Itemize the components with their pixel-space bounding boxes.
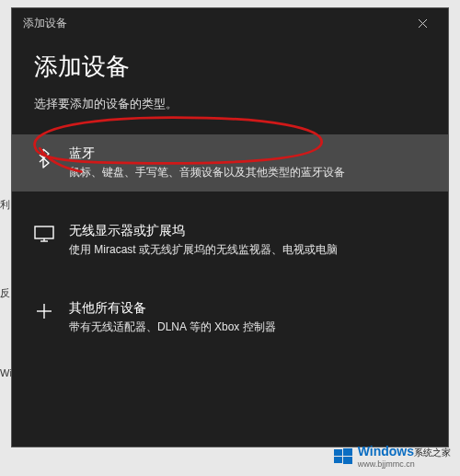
- option-wireless-desc: 使用 Miracast 或无线扩展坞的无线监视器、电视或电脑: [69, 242, 428, 258]
- background-fragments: 利 反 Wi: [0, 0, 11, 476]
- option-bluetooth-text: 蓝牙 鼠标、键盘、手写笔、音频设备以及其他类型的蓝牙设备: [69, 145, 428, 180]
- option-bluetooth[interactable]: 蓝牙 鼠标、键盘、手写笔、音频设备以及其他类型的蓝牙设备: [12, 134, 448, 192]
- svg-rect-2: [35, 226, 53, 238]
- option-other-text: 其他所有设备 带有无线适配器、DLNA 等的 Xbox 控制器: [69, 300, 428, 335]
- dialog-subheading: 选择要添加的设备的类型。: [34, 96, 426, 112]
- option-bluetooth-title: 蓝牙: [69, 145, 428, 162]
- watermark-main: Windows: [358, 444, 414, 459]
- titlebar-title: 添加设备: [23, 16, 404, 31]
- bluetooth-icon: [32, 148, 56, 168]
- dialog-content: 添加设备 选择要添加的设备的类型。 蓝牙 鼠标、键盘、手写笔、音频设备以及其他类…: [12, 38, 448, 346]
- watermark-sub: 系统之家: [414, 447, 451, 458]
- monitor-icon: [32, 226, 56, 242]
- svg-rect-7: [334, 449, 342, 456]
- titlebar: 添加设备: [12, 8, 448, 38]
- windows-icon: [334, 447, 352, 466]
- dialog-heading: 添加设备: [34, 51, 426, 83]
- option-wireless-title: 无线显示器或扩展坞: [69, 223, 428, 239]
- option-bluetooth-desc: 鼠标、键盘、手写笔、音频设备以及其他类型的蓝牙设备: [69, 165, 428, 180]
- plus-icon: [32, 303, 56, 319]
- option-other-title: 其他所有设备: [69, 300, 428, 317]
- option-wireless-text: 无线显示器或扩展坞 使用 Miracast 或无线扩展坞的无线监视器、电视或电脑: [69, 223, 428, 258]
- svg-rect-9: [334, 457, 342, 463]
- close-icon: [418, 18, 428, 29]
- option-other-desc: 带有无线适配器、DLNA 等的 Xbox 控制器: [69, 319, 428, 335]
- add-device-dialog: 添加设备 添加设备 选择要添加的设备的类型。 蓝牙 鼠标、键盘、手写笔、音频设备…: [11, 7, 449, 447]
- svg-rect-8: [343, 448, 352, 456]
- svg-rect-10: [343, 457, 352, 464]
- watermark-url: www.bjjmmc.cn: [358, 459, 451, 469]
- watermark: Windows系统之家 www.bjjmmc.cn: [334, 444, 451, 469]
- option-wireless-display[interactable]: 无线显示器或扩展坞 使用 Miracast 或无线扩展坞的无线监视器、电视或电脑: [12, 212, 448, 269]
- close-button[interactable]: [404, 10, 441, 36]
- option-other[interactable]: 其他所有设备 带有无线适配器、DLNA 等的 Xbox 控制器: [12, 289, 448, 346]
